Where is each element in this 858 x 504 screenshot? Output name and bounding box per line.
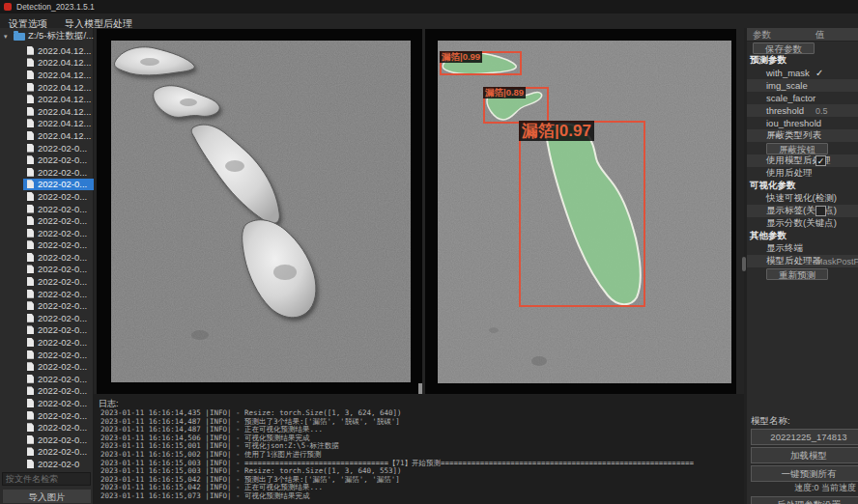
param-row[interactable]: 使用模型后处理 ✓	[747, 154, 858, 167]
prediction-image-panel: 漏箔|0.99 漏箔|0.89 漏箔|0.97	[425, 29, 736, 394]
file-item[interactable]: 2022-02-0...	[23, 214, 94, 227]
file-item[interactable]: 2022-02-0...	[23, 446, 94, 459]
param-value[interactable]: ✓	[815, 155, 826, 166]
menu-bar: 设置选项导入模型后处理	[0, 14, 858, 28]
file-item[interactable]: 2022-02-0...	[23, 166, 94, 179]
file-tree-sidebar: Z:/5-标注数据/... 2022.04.12... 2022.04.12..…	[0, 28, 94, 504]
file-icon	[27, 131, 34, 140]
file-item[interactable]: 2022.04.12...	[23, 57, 94, 70]
file-item[interactable]: 2022-02-0...	[23, 154, 94, 166]
file-item[interactable]: 2022-02-0...	[23, 275, 94, 288]
param-row[interactable]: 屏蔽按钮	[747, 142, 858, 154]
load-model-button[interactable]: 加载模型	[751, 447, 858, 463]
model-name-field[interactable]: 20221225_174813	[751, 429, 858, 445]
file-item[interactable]: 2022-02-0...	[23, 434, 94, 446]
param-row[interactable]: 快速可视化(检测)	[747, 192, 858, 205]
file-item-label: 2022-02-0...	[38, 191, 87, 202]
file-item[interactable]: 2022-02-0...	[23, 264, 94, 276]
file-item[interactable]: 2022-02-0...	[23, 227, 94, 239]
file-item[interactable]: 2022-02-0...	[23, 373, 94, 385]
file-item[interactable]: 2022-02-0...	[23, 251, 94, 264]
param-row[interactable]: 显示终端	[747, 242, 858, 255]
param-row[interactable]: 重新预测	[747, 267, 858, 280]
file-icon	[27, 180, 34, 188]
file-icon	[27, 155, 34, 164]
param-value[interactable]: ✓	[815, 68, 823, 78]
tree-root-label: Z:/5-标注数据/...	[28, 30, 94, 42]
predict-all-button[interactable]: 一键预测所有	[751, 465, 858, 482]
param-row[interactable]: 显示分数(关键点)	[747, 217, 858, 230]
model-name-label: 模型名称:	[747, 414, 858, 427]
postprocess-settings-button[interactable]: 后处理参数设置	[751, 496, 858, 504]
param-row[interactable]: threshold 0.5	[747, 104, 858, 117]
file-item-label: 2022-02-0...	[38, 446, 87, 457]
file-icon	[27, 290, 34, 298]
param-value[interactable]	[815, 206, 826, 216]
param-row[interactable]: img_scale	[747, 79, 858, 92]
file-item-label: 2022-02-0	[38, 459, 79, 469]
file-item[interactable]: 2022-02-0...	[23, 239, 94, 252]
vertical-scrollbar-thumb[interactable]	[742, 257, 746, 271]
file-icon	[27, 107, 34, 116]
file-item-label: 2022-02-0...	[38, 239, 87, 250]
file-item[interactable]: 2022-02-0	[23, 458, 94, 470]
original-image	[111, 41, 411, 382]
file-item[interactable]: 2022.04.12...	[23, 81, 94, 94]
search-input[interactable]	[2, 472, 91, 486]
file-icon	[27, 58, 34, 67]
file-item[interactable]: 2022-02-0...	[23, 190, 94, 203]
file-icon	[27, 205, 34, 213]
file-icon	[27, 362, 34, 371]
param-row[interactable]: 预测参数	[747, 54, 858, 67]
param-row[interactable]: 其他参数	[747, 230, 858, 242]
param-row[interactable]: 模型后处理器 MaskPostPro	[747, 255, 858, 267]
file-icon	[27, 253, 34, 262]
params-table-header: 参数 值	[747, 28, 858, 42]
file-icon	[27, 46, 34, 55]
file-item[interactable]: 2022-02-0...	[23, 179, 94, 191]
file-icon	[27, 338, 34, 347]
file-icon	[27, 325, 34, 334]
file-item[interactable]: 2022-02-0...	[23, 409, 94, 422]
file-item[interactable]: 2022-02-0...	[23, 288, 94, 300]
param-label: 快速可视化(检测)	[747, 192, 837, 205]
file-item[interactable]: 2022-02-0...	[23, 421, 94, 434]
file-item[interactable]: 2022-02-0...	[23, 397, 94, 409]
param-value[interactable]: 0.5	[815, 106, 828, 116]
file-item[interactable]: 2022-02-0...	[23, 299, 94, 312]
file-item[interactable]: 2022-02-0...	[23, 142, 94, 154]
param-value[interactable]: MaskPostPro	[815, 257, 858, 266]
param-row[interactable]: 显示标签(关键点)	[747, 205, 858, 217]
detection-label: 漏箔|0.99	[440, 51, 482, 63]
param-row[interactable]: 使用后处理	[747, 167, 858, 180]
viewer-area: 漏箔|0.99 漏箔|0.89 漏箔|0.97 日志: 2023-01-11 1…	[94, 28, 744, 504]
param-row[interactable]: scale_factor	[747, 92, 858, 104]
file-item[interactable]: 2022-02-0...	[23, 203, 94, 215]
file-icon	[27, 83, 34, 92]
file-item[interactable]: 2022-02-0...	[23, 312, 94, 324]
file-item-label: 2022-02-0...	[38, 434, 87, 445]
file-item[interactable]: 2022-02-0...	[23, 360, 94, 373]
file-item[interactable]: 2022-02-0...	[23, 324, 94, 337]
param-row[interactable]: 屏蔽类型列表	[747, 129, 858, 142]
file-item-label: 2022-02-0...	[38, 374, 87, 384]
param-label: 重新预测	[766, 268, 828, 280]
file-item[interactable]: 2022.04.12...	[23, 69, 94, 81]
file-icon	[27, 350, 34, 359]
file-item[interactable]: 2022.04.12...	[23, 105, 94, 118]
file-item[interactable]: 2022-02-0...	[23, 385, 94, 398]
param-row[interactable]: 可视化参数	[747, 180, 858, 192]
window-title: Detection_2023.1.5.1	[16, 0, 95, 14]
param-row[interactable]: iou_threshold	[747, 117, 858, 129]
tree-root-folder[interactable]: Z:/5-标注数据/...	[0, 30, 94, 42]
import-images-button[interactable]: 导入图片	[2, 489, 92, 504]
file-item[interactable]: 2022-02-0...	[23, 336, 94, 349]
file-item[interactable]: 2022.04.12...	[23, 93, 94, 105]
param-row[interactable]: 保存参数	[747, 42, 858, 54]
expand-arrow-icon	[4, 33, 12, 41]
file-item[interactable]: 2022.04.12...	[23, 129, 94, 142]
file-item[interactable]: 2022.04.12...	[23, 118, 94, 130]
file-item[interactable]: 2022.04.12...	[23, 44, 94, 57]
file-item[interactable]: 2022-02-0...	[23, 349, 94, 361]
param-row[interactable]: with_mask ✓	[747, 67, 858, 79]
